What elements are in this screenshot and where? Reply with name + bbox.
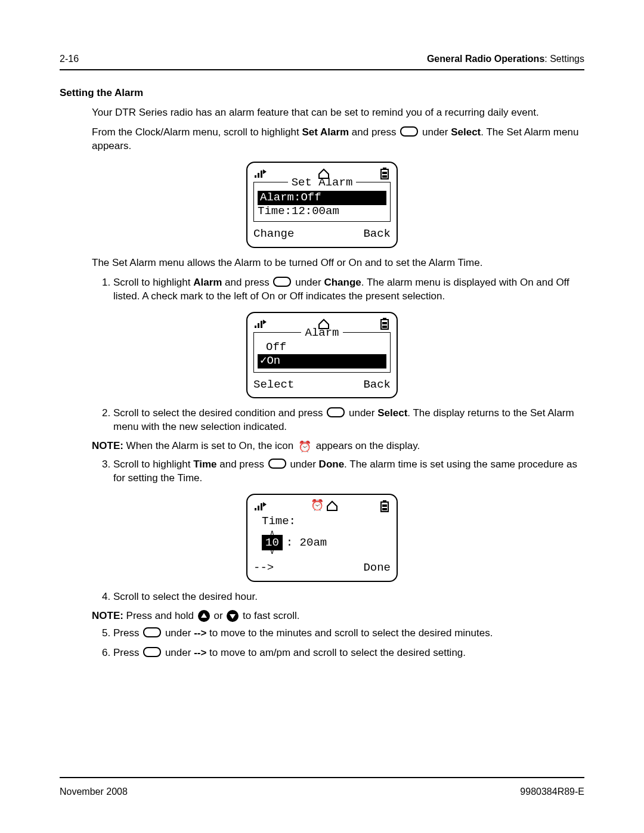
breadcrumb: General Radio Operations: Settings <box>427 54 584 64</box>
note-label: NOTE: <box>92 610 123 621</box>
breadcrumb-bold: General Radio Operations <box>427 54 544 64</box>
softkey-row: --> Done <box>253 562 391 575</box>
oval-button-icon <box>143 627 161 637</box>
text: Press and hold <box>123 610 197 621</box>
text: appears on the display. <box>313 441 420 452</box>
svg-rect-14 <box>255 508 256 510</box>
text: under <box>162 647 194 658</box>
row-on-highlighted: ✓On <box>258 354 386 368</box>
bold-arrow: --> <box>194 647 206 658</box>
signal-icon <box>255 501 268 512</box>
svg-rect-7 <box>255 326 256 328</box>
intro-paragraph: Your DTR Series radio has an alarm featu… <box>92 106 584 120</box>
bold-arrow: --> <box>194 627 206 639</box>
note-label: NOTE: <box>92 441 123 452</box>
note-alarm-icon: NOTE: When the Alarm is set to On, the i… <box>92 440 584 453</box>
oval-button-icon <box>268 459 286 469</box>
down-button-icon <box>227 610 239 622</box>
text: Press <box>113 647 142 658</box>
row-alarm-highlighted: Alarm:Off <box>258 191 386 205</box>
text: and press <box>217 459 267 470</box>
step-5: Press under --> to move to the minutes a… <box>113 627 584 640</box>
fieldset: Alarm Off ✓On <box>253 332 391 373</box>
bold-change: Change <box>324 277 361 288</box>
text: Press <box>113 627 142 639</box>
step-1: Scroll to highlight Alarm and press unde… <box>113 276 584 304</box>
text: Scroll to highlight <box>113 459 193 470</box>
radio-screen-set-alarm: Set Alarm Alarm:Off Time:12:00am Change … <box>60 162 584 248</box>
step-list: Scroll to highlight Time and press under… <box>92 458 584 485</box>
row-off: Off <box>258 341 386 354</box>
softkey-right: Back <box>363 228 391 241</box>
note-fast-scroll: NOTE: Press and hold or to fast scroll. <box>92 610 584 623</box>
svg-rect-15 <box>258 506 259 510</box>
arrow-down-icon: ∨ <box>270 549 274 557</box>
svg-rect-1 <box>258 173 259 178</box>
footer-docnum: 9980384R89-E <box>520 786 584 797</box>
page-number: 2-16 <box>60 54 79 64</box>
softkey-left: Select <box>253 379 294 392</box>
text: Scroll to highlight <box>113 277 193 288</box>
alarm-clock-icon: ⏰ <box>311 500 324 512</box>
step-6: Press under --> to move to am/pm and scr… <box>113 646 584 660</box>
bold-time: Time <box>193 459 216 470</box>
text: under <box>419 126 451 138</box>
svg-rect-16 <box>261 503 262 510</box>
text: When the Alarm is set to On, the icon <box>123 441 296 452</box>
alarm-clock-icon: ⏰ <box>298 440 311 453</box>
breadcrumb-tail: : Settings <box>544 54 584 64</box>
time-edit-row: ∧ 10 ∨ : 20am <box>253 531 391 556</box>
row-time: Time:12:00am <box>258 205 386 218</box>
text: Scroll to select the desired condition a… <box>113 407 326 419</box>
checkmark-icon: ✓ <box>260 354 267 367</box>
section-title: Setting the Alarm <box>60 87 584 99</box>
oval-button-icon <box>143 647 161 657</box>
signal-icon <box>255 318 268 329</box>
svg-rect-20 <box>382 504 387 507</box>
radio-screen-alarm: Alarm Off ✓On Select Back <box>60 312 584 398</box>
step-list: Scroll to select the desired hour. <box>92 590 584 604</box>
oval-button-icon <box>273 277 291 287</box>
step-2: Scroll to select the desired condition a… <box>113 407 584 434</box>
page-header: 2-16 General Radio Operations: Settings <box>60 54 584 69</box>
page-footer: November 2008 9980384R89-E <box>60 777 584 797</box>
status-bar: ⏰ <box>253 500 391 515</box>
bold-select: Select <box>377 407 407 419</box>
bold-select: Select <box>451 126 481 138</box>
bold-alarm: Alarm <box>193 277 222 288</box>
softkey-row: Select Back <box>253 379 391 392</box>
time-rest: : 20am <box>286 537 327 550</box>
softkey-left: --> <box>253 562 274 575</box>
header-rule <box>60 69 584 70</box>
signal-icon <box>255 168 268 179</box>
svg-rect-9 <box>261 321 262 328</box>
radio-screen-time: ⏰ Time: ∧ 10 ∨ : 20am --> Done <box>60 494 584 582</box>
bold-done: Done <box>319 459 345 470</box>
softkey-left: Change <box>253 228 294 241</box>
step-list: Scroll to select the desired condition a… <box>92 407 584 434</box>
text: under <box>346 407 377 419</box>
battery-icon <box>380 168 389 179</box>
text: to move to the minutes and scroll to sel… <box>206 627 493 639</box>
text: and press <box>222 277 272 288</box>
bold-set-alarm: Set Alarm <box>302 126 349 138</box>
oval-button-icon <box>400 126 418 137</box>
hour-spinner: ∧ 10 ∨ <box>262 531 283 556</box>
battery-icon <box>380 318 389 330</box>
svg-rect-0 <box>255 175 256 178</box>
home-icon <box>326 500 339 511</box>
text: From the Clock/Alarm menu, scroll to hig… <box>92 126 302 138</box>
svg-rect-13 <box>382 322 387 324</box>
up-button-icon <box>198 610 210 622</box>
svg-rect-5 <box>382 175 387 178</box>
svg-rect-11 <box>383 318 386 320</box>
instruction-paragraph: From the Clock/Alarm menu, scroll to hig… <box>92 126 584 153</box>
svg-rect-12 <box>382 326 387 328</box>
footer-date: November 2008 <box>60 786 128 797</box>
text: or <box>211 610 226 621</box>
oval-button-icon <box>327 407 345 417</box>
footer-rule <box>60 777 584 778</box>
screen-title: Alarm <box>301 327 342 340</box>
battery-icon <box>380 500 389 512</box>
time-label: Time: <box>253 515 391 528</box>
